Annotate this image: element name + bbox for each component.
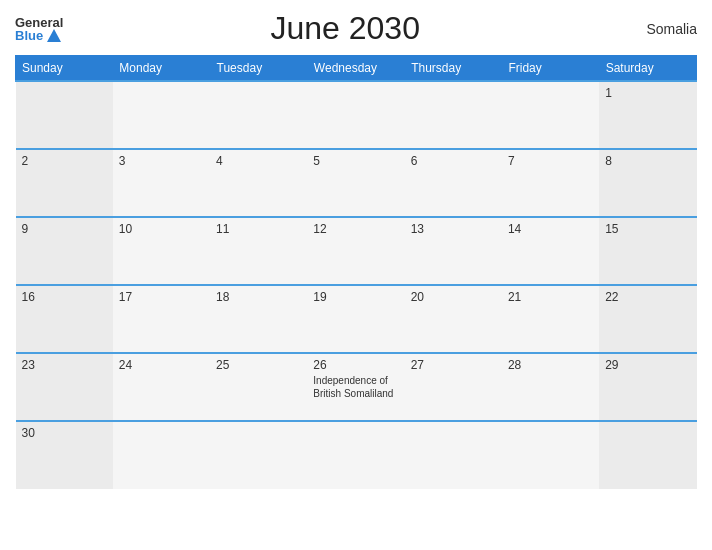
country-label: Somalia <box>627 21 697 37</box>
weekday-header-row: SundayMondayTuesdayWednesdayThursdayFrid… <box>16 56 697 82</box>
day-number: 17 <box>119 290 204 304</box>
calendar-day-cell: 23 <box>16 353 113 421</box>
calendar-day-cell: 26Independence of British Somaliland <box>307 353 404 421</box>
calendar-day-cell <box>16 81 113 149</box>
calendar-day-cell: 4 <box>210 149 307 217</box>
day-number: 1 <box>605 86 690 100</box>
day-number: 9 <box>22 222 107 236</box>
logo: General Blue <box>15 16 63 42</box>
day-number: 19 <box>313 290 398 304</box>
calendar-day-cell: 22 <box>599 285 696 353</box>
day-number: 12 <box>313 222 398 236</box>
day-number: 30 <box>22 426 107 440</box>
calendar-day-cell: 3 <box>113 149 210 217</box>
weekday-header-friday: Friday <box>502 56 599 82</box>
calendar-day-cell: 16 <box>16 285 113 353</box>
calendar-week-row: 1 <box>16 81 697 149</box>
calendar-day-cell <box>113 81 210 149</box>
day-number: 24 <box>119 358 204 372</box>
day-number: 18 <box>216 290 301 304</box>
weekday-header-wednesday: Wednesday <box>307 56 404 82</box>
day-number: 8 <box>605 154 690 168</box>
calendar-day-cell: 27 <box>405 353 502 421</box>
day-number: 3 <box>119 154 204 168</box>
calendar-day-cell <box>307 421 404 489</box>
calendar-header: General Blue June 2030 Somalia <box>15 10 697 47</box>
day-number: 7 <box>508 154 593 168</box>
weekday-header-saturday: Saturday <box>599 56 696 82</box>
calendar-day-cell: 25 <box>210 353 307 421</box>
day-number: 21 <box>508 290 593 304</box>
calendar-week-row: 2345678 <box>16 149 697 217</box>
calendar-day-cell: 24 <box>113 353 210 421</box>
logo-triangle-icon <box>47 29 61 42</box>
calendar-week-row: 23242526Independence of British Somalila… <box>16 353 697 421</box>
day-number: 11 <box>216 222 301 236</box>
calendar-day-cell: 10 <box>113 217 210 285</box>
day-number: 22 <box>605 290 690 304</box>
calendar-day-cell: 14 <box>502 217 599 285</box>
day-number: 25 <box>216 358 301 372</box>
calendar-week-row: 16171819202122 <box>16 285 697 353</box>
calendar-day-cell: 30 <box>16 421 113 489</box>
weekday-header-sunday: Sunday <box>16 56 113 82</box>
day-number: 14 <box>508 222 593 236</box>
calendar-page: General Blue June 2030 Somalia SundayMon… <box>0 0 712 550</box>
calendar-day-cell <box>405 421 502 489</box>
calendar-day-cell: 6 <box>405 149 502 217</box>
logo-blue-container: Blue <box>15 29 61 42</box>
month-title: June 2030 <box>63 10 627 47</box>
day-number: 27 <box>411 358 496 372</box>
calendar-day-cell <box>502 81 599 149</box>
day-number: 26 <box>313 358 398 372</box>
calendar-day-cell: 11 <box>210 217 307 285</box>
calendar-day-cell: 20 <box>405 285 502 353</box>
calendar-day-cell: 29 <box>599 353 696 421</box>
logo-blue-text: Blue <box>15 29 43 42</box>
day-number: 28 <box>508 358 593 372</box>
calendar-day-cell: 8 <box>599 149 696 217</box>
calendar-day-cell: 19 <box>307 285 404 353</box>
calendar-day-cell: 28 <box>502 353 599 421</box>
calendar-day-cell <box>307 81 404 149</box>
calendar-day-cell <box>210 81 307 149</box>
calendar-day-cell: 13 <box>405 217 502 285</box>
day-number: 2 <box>22 154 107 168</box>
calendar-day-cell <box>502 421 599 489</box>
calendar-day-cell: 7 <box>502 149 599 217</box>
day-number: 23 <box>22 358 107 372</box>
day-number: 13 <box>411 222 496 236</box>
logo-general-text: General <box>15 16 63 29</box>
event-text: Independence of British Somaliland <box>313 375 393 399</box>
day-number: 16 <box>22 290 107 304</box>
weekday-header-tuesday: Tuesday <box>210 56 307 82</box>
day-number: 10 <box>119 222 204 236</box>
calendar-day-cell: 2 <box>16 149 113 217</box>
day-number: 15 <box>605 222 690 236</box>
calendar-day-cell: 15 <box>599 217 696 285</box>
calendar-day-cell: 9 <box>16 217 113 285</box>
weekday-header-thursday: Thursday <box>405 56 502 82</box>
calendar-day-cell: 1 <box>599 81 696 149</box>
calendar-table: SundayMondayTuesdayWednesdayThursdayFrid… <box>15 55 697 489</box>
weekday-header-monday: Monday <box>113 56 210 82</box>
calendar-day-cell: 17 <box>113 285 210 353</box>
calendar-week-row: 30 <box>16 421 697 489</box>
day-number: 6 <box>411 154 496 168</box>
day-number: 29 <box>605 358 690 372</box>
calendar-day-cell <box>599 421 696 489</box>
calendar-week-row: 9101112131415 <box>16 217 697 285</box>
calendar-day-cell: 5 <box>307 149 404 217</box>
day-number: 4 <box>216 154 301 168</box>
calendar-day-cell: 18 <box>210 285 307 353</box>
calendar-day-cell <box>210 421 307 489</box>
calendar-day-cell <box>405 81 502 149</box>
calendar-day-cell <box>113 421 210 489</box>
calendar-day-cell: 12 <box>307 217 404 285</box>
day-number: 5 <box>313 154 398 168</box>
calendar-day-cell: 21 <box>502 285 599 353</box>
day-number: 20 <box>411 290 496 304</box>
